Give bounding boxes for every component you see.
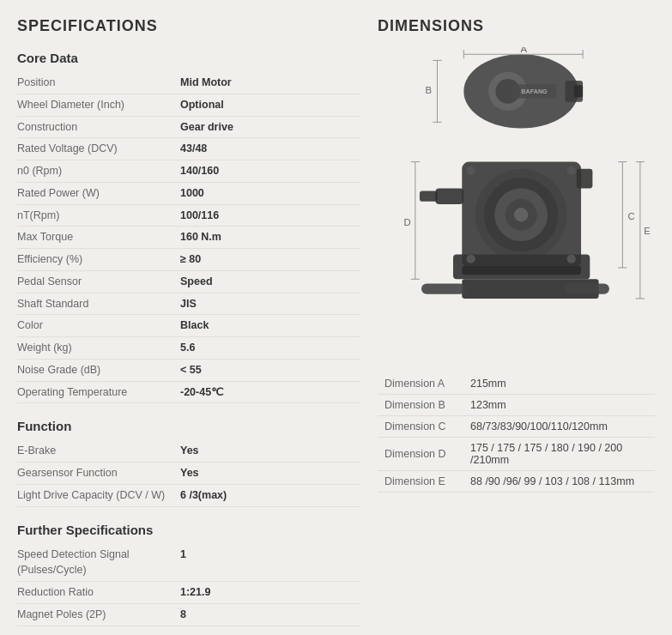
- svg-point-29: [466, 255, 475, 263]
- spec-label: Rated Power (W): [17, 185, 180, 202]
- spec-row: Speed Detection Signal (Pulses/Cycle)1: [17, 544, 360, 583]
- spec-value: Yes: [180, 465, 199, 481]
- svg-point-21: [513, 208, 527, 221]
- dimensions-column: DIMENSIONS B BAFANG: [378, 17, 655, 635]
- svg-point-30: [566, 255, 575, 263]
- spec-label: Pedal Sensor: [17, 274, 180, 290]
- spec-label: Shaft Standard: [17, 296, 180, 312]
- svg-rect-9: [573, 85, 582, 97]
- spec-row: Rated Voltage (DCV)43/48: [17, 138, 360, 160]
- dimension-row: Dimension C68/73/83/90/100/110/120mm: [378, 416, 655, 438]
- spec-label: Gearsensor Function: [17, 465, 180, 481]
- spec-row: nT(Rpm)100/116: [17, 205, 360, 227]
- spec-value: < 55: [180, 362, 202, 378]
- dimension-row: Dimension B123mm: [378, 395, 655, 416]
- svg-text:C: C: [627, 211, 634, 221]
- spec-row: ConstructionGear drive: [17, 117, 360, 139]
- spec-label: Operating Temperature: [17, 384, 180, 401]
- spec-label: Reduction Ratio: [17, 584, 180, 601]
- spec-value: Optional: [180, 97, 224, 113]
- spec-row: E-BrakeYes: [17, 440, 360, 463]
- spec-label: Construction: [17, 119, 180, 136]
- spec-value: ≥ 80: [180, 251, 201, 268]
- svg-rect-24: [435, 188, 463, 204]
- spec-label: Position: [17, 75, 180, 91]
- dimension-value: 88 /90 /96/ 99 / 103 / 108 / 113mm: [463, 471, 655, 493]
- svg-point-27: [466, 166, 475, 175]
- spec-label: E-Brake: [17, 443, 180, 459]
- spec-label: n0 (Rpm): [17, 163, 180, 179]
- svg-text:BAFANG: BAFANG: [521, 88, 548, 95]
- spec-value: 6 /3(max): [180, 487, 227, 504]
- spec-label: Wheel Diameter (Inch): [17, 97, 180, 113]
- spec-row: Reduction Ratio1:21.9: [17, 582, 360, 604]
- dimension-label: Dimension E: [378, 471, 463, 493]
- motor-diagram: B BAFANG A: [379, 47, 654, 365]
- spec-row: Wheel Diameter (Inch)Optional: [17, 94, 360, 117]
- spec-row: Pedal SensorSpeed: [17, 271, 360, 293]
- svg-text:E: E: [644, 226, 651, 236]
- spec-row: ColorBlack: [17, 315, 360, 337]
- spec-groups: Core DataPositionMid MotorWheel Diameter…: [17, 51, 360, 635]
- spec-value: 8: [180, 607, 186, 623]
- spec-value: Speed: [180, 274, 213, 290]
- spec-value: JIS: [180, 296, 197, 312]
- spec-label: Color: [17, 318, 180, 334]
- specs-title: SPECIFICATIONS: [17, 17, 360, 35]
- spec-value: 5.6: [180, 340, 195, 356]
- svg-text:D: D: [403, 217, 410, 227]
- spec-label: Magnet Poles (2P): [17, 607, 180, 623]
- spec-value: 100/116: [180, 208, 219, 224]
- specs-column: SPECIFICATIONS Core DataPositionMid Moto…: [17, 17, 360, 635]
- spec-label: Speed Detection Signal (Pulses/Cycle): [17, 547, 180, 579]
- spec-value: 1: [180, 547, 186, 563]
- dimension-row: Dimension D175 / 175 / 175 / 180 / 190 /…: [378, 438, 655, 471]
- spec-value: Yes: [180, 443, 199, 459]
- dimension-value: 123mm: [463, 395, 655, 416]
- spec-label: nT(Rpm): [17, 208, 180, 224]
- group-title-function: Function: [17, 419, 360, 433]
- svg-rect-44: [421, 283, 465, 293]
- spec-row: PositionMid Motor: [17, 72, 360, 94]
- page-container: SPECIFICATIONS Core DataPositionMid Moto…: [0, 0, 672, 635]
- group-title-core-data: Core Data: [17, 51, 360, 65]
- spec-value: Black: [180, 318, 209, 334]
- svg-text:B: B: [425, 85, 432, 95]
- spec-label: Noise Grade (dB): [17, 362, 180, 378]
- dimension-label: Dimension A: [378, 373, 463, 395]
- dimension-label: Dimension C: [378, 416, 463, 438]
- spec-value: Mid Motor: [180, 75, 232, 91]
- svg-rect-25: [419, 191, 437, 202]
- dimension-row: Dimension E88 /90 /96/ 99 / 103 / 108 / …: [378, 471, 655, 493]
- dimensions-title: DIMENSIONS: [378, 17, 655, 35]
- spec-row: Rated Power (W)1000: [17, 183, 360, 205]
- spec-label: Max Torque: [17, 229, 180, 245]
- spec-row: Light Drive Capacity (DCV / W)6 /3(max): [17, 485, 360, 507]
- spec-row: Gearsensor FunctionYes: [17, 463, 360, 485]
- dimension-row: Dimension A215mm: [378, 373, 655, 395]
- spec-row: Max Torque160 N.m: [17, 227, 360, 249]
- spec-row: Weight (kg)5.6: [17, 337, 360, 360]
- svg-rect-45: [565, 283, 608, 293]
- spec-label: Efficiency (%): [17, 251, 180, 268]
- spec-row: n0 (Rpm)140/160: [17, 160, 360, 183]
- svg-rect-23: [462, 266, 581, 275]
- svg-text:A: A: [520, 47, 527, 54]
- spec-value: 160 N.m: [180, 229, 221, 245]
- spec-label: Rated Voltage (DCV): [17, 141, 180, 157]
- spec-value: Gear drive: [180, 119, 233, 136]
- spec-value: 140/160: [180, 163, 219, 179]
- spec-value: 43/48: [180, 141, 207, 157]
- spec-value: -20-45℃: [180, 384, 224, 401]
- spec-row: Operating Temperature-20-45℃: [17, 382, 360, 404]
- dimensions-table: Dimension A215mmDimension B123mmDimensio…: [378, 373, 655, 493]
- spec-label: Weight (kg): [17, 340, 180, 356]
- group-title-further-specifications: Further Specifications: [17, 523, 360, 537]
- svg-point-28: [566, 166, 575, 175]
- dimension-label: Dimension B: [378, 395, 463, 416]
- spec-label: Light Drive Capacity (DCV / W): [17, 487, 180, 504]
- motor-svg: B BAFANG A: [379, 47, 654, 365]
- spec-row: Magnet Poles (2P)8: [17, 604, 360, 626]
- svg-rect-26: [576, 169, 592, 189]
- spec-row: Efficiency (%)≥ 80: [17, 249, 360, 271]
